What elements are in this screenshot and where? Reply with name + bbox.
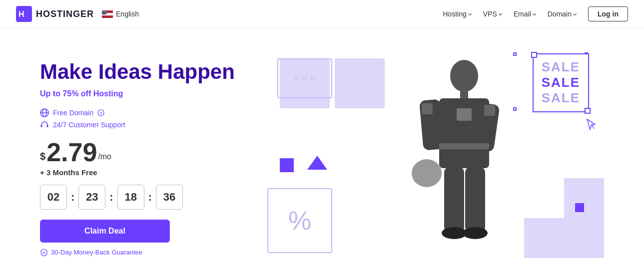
navbar-left: H HOSTINGER English — [16, 6, 139, 22]
svg-point-10 — [104, 12, 105, 13]
sale-text-1: SALE — [542, 59, 580, 75]
chevron-down-icon — [499, 11, 502, 15]
countdown-sep-3: : — [148, 191, 152, 204]
accent-square-1 — [280, 158, 294, 172]
svg-text:?: ? — [99, 111, 102, 116]
chevron-down-icon — [573, 11, 577, 15]
dots-box — [277, 58, 332, 98]
login-button[interactable]: Log in — [588, 6, 628, 21]
countdown-sep-2: : — [109, 191, 113, 204]
svg-rect-4 — [102, 15, 113, 18]
countdown-centiseconds: 36 — [156, 185, 183, 210]
cursor-arrow-icon — [586, 118, 597, 133]
navbar-right: Hosting VPS Email Domain Log in — [443, 6, 628, 21]
flag-icon — [102, 10, 113, 18]
price-main: 2.79 — [46, 139, 97, 165]
price-dollar: $ — [40, 151, 45, 162]
hero-subtitle: Up to 75% off Hosting — [40, 89, 250, 98]
nav-email[interactable]: Email — [514, 10, 536, 18]
bg-square-br-3 — [564, 178, 604, 218]
nav-hosting[interactable]: Hosting — [443, 10, 471, 18]
svg-rect-25 — [444, 167, 464, 232]
svg-point-28 — [463, 227, 488, 239]
sale-box: SALE SALE SALE — [533, 53, 589, 112]
svg-point-6 — [102, 11, 103, 12]
globe-icon — [40, 108, 49, 117]
svg-rect-17 — [41, 125, 42, 127]
navbar: H HOSTINGER English Hosting — [0, 0, 644, 28]
countdown-minutes: 23 — [78, 185, 105, 210]
nav-domain[interactable]: Domain — [548, 10, 576, 18]
features-list: Free Domain ? 24/7 Customer Support — [40, 108, 250, 129]
hostinger-logo-icon: H — [16, 6, 32, 22]
person-figure — [379, 48, 539, 268]
guarantee-text: 30-Day Money-Back Guarantee — [40, 249, 250, 257]
countdown-seconds: 18 — [117, 185, 144, 210]
accent-triangle — [307, 156, 327, 170]
svg-point-8 — [105, 11, 106, 12]
price-extra: + 3 Months Free — [40, 168, 250, 177]
sale-text-2: SALE — [542, 75, 580, 90]
countdown-sep-1: : — [71, 191, 74, 204]
feature-support: 24/7 Customer Support — [40, 120, 250, 129]
dot-2 — [303, 76, 307, 80]
svg-rect-31 — [422, 103, 433, 114]
bg-square-2 — [335, 58, 385, 108]
info-icon: ? — [97, 109, 104, 116]
logo[interactable]: H HOSTINGER — [16, 6, 94, 22]
bg-square-br-2 — [564, 218, 604, 258]
countdown-hours: 02 — [40, 185, 67, 210]
headset-icon — [40, 120, 49, 129]
svg-rect-26 — [465, 167, 485, 232]
sale-text-3: SALE — [542, 90, 580, 106]
nav-vps[interactable]: VPS — [483, 10, 502, 18]
hero-title: Make Ideas Happen — [40, 60, 250, 84]
svg-rect-18 — [47, 125, 48, 127]
hero-visual: % SALE SALE SALE — [250, 48, 604, 268]
language-label: English — [116, 10, 139, 18]
svg-point-19 — [450, 60, 478, 92]
svg-rect-30 — [457, 108, 472, 121]
svg-text:H: H — [18, 10, 24, 18]
dot-3 — [311, 76, 315, 80]
hero-section: Make Ideas Happen Up to 75% off Hosting … — [0, 28, 644, 274]
countdown-timer: 02 : 23 : 18 : 36 — [40, 185, 250, 210]
svg-point-11 — [105, 12, 106, 13]
hero-content: Make Ideas Happen Up to 75% off Hosting … — [40, 60, 250, 256]
feature-free-domain: Free Domain ? — [40, 108, 250, 117]
svg-rect-5 — [102, 10, 106, 14]
accent-square-2 — [575, 203, 584, 212]
logo-text: HOSTINGER — [36, 9, 94, 19]
chevron-down-icon — [468, 11, 472, 15]
price-row: $ 2.79 /mo — [40, 139, 250, 165]
svg-point-24 — [412, 159, 442, 187]
svg-point-9 — [102, 12, 103, 13]
language-selector[interactable]: English — [102, 10, 139, 18]
percent-box: % — [267, 188, 332, 253]
dot-1 — [295, 76, 299, 80]
chevron-down-icon — [533, 11, 536, 15]
svg-point-7 — [104, 11, 105, 12]
svg-rect-29 — [439, 143, 489, 149]
claim-deal-button[interactable]: Claim Deal — [40, 220, 170, 243]
price-container: $ 2.79 /mo — [40, 139, 250, 165]
svg-rect-32 — [484, 105, 495, 116]
price-period: /mo — [98, 152, 111, 161]
shield-check-icon — [40, 249, 48, 257]
